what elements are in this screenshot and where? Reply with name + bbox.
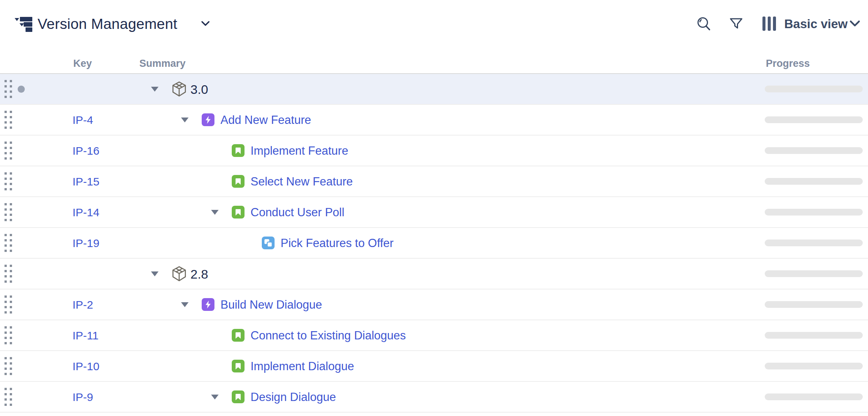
expand-collapse-icon[interactable]: [211, 395, 219, 399]
structure-board: Version Management Basic view: [0, 0, 868, 416]
drag-handle[interactable]: [5, 357, 13, 376]
column-header-key[interactable]: Key: [73, 58, 92, 69]
table-row[interactable]: IP-14 Conduct User Poll: [0, 197, 868, 228]
version-label[interactable]: 3.0: [190, 82, 208, 97]
expand-collapse-icon[interactable]: [151, 271, 159, 276]
epic-icon: [202, 298, 214, 311]
table-row[interactable]: IP-10 Implement Dialogue: [0, 351, 868, 382]
issue-summary-link[interactable]: Conduct User Poll: [251, 206, 344, 219]
issue-summary-link[interactable]: Select New Feature: [251, 175, 353, 188]
subtask-icon: [262, 237, 275, 249]
drag-handle[interactable]: [5, 111, 13, 130]
progress-bar: [765, 209, 863, 216]
toolbar: Version Management Basic view: [0, 0, 868, 53]
drag-handle[interactable]: [5, 265, 13, 283]
issue-summary-link[interactable]: Build New Dialogue: [220, 298, 322, 312]
issue-key-link[interactable]: IP-4: [72, 114, 93, 127]
issue-key-link[interactable]: IP-10: [72, 360, 100, 373]
issue-key-link[interactable]: IP-14: [72, 206, 100, 219]
drag-handle[interactable]: [5, 326, 13, 345]
structure-logo-icon: [15, 17, 33, 32]
table-row[interactable]: 3.0: [0, 74, 868, 105]
columns-icon: [762, 17, 779, 32]
table-row[interactable]: IP-16 Implement Feature: [0, 136, 868, 166]
story-icon: [232, 390, 245, 403]
issue-key-link[interactable]: IP-19: [72, 237, 100, 250]
expand-collapse-icon[interactable]: [181, 302, 189, 307]
table-row[interactable]: IP-15 Select New Feature: [0, 166, 868, 197]
drag-handle[interactable]: [5, 172, 13, 191]
epic-icon: [202, 113, 214, 126]
chevron-down-icon[interactable]: [201, 21, 210, 28]
issue-key-link[interactable]: IP-9: [72, 391, 93, 404]
drag-handle[interactable]: [5, 203, 13, 222]
story-icon: [232, 206, 245, 219]
column-header-summary[interactable]: Summary: [139, 58, 186, 69]
issue-summary-link[interactable]: Add New Feature: [220, 113, 311, 127]
selected-row-dot: [18, 86, 25, 93]
version-package-icon: [171, 265, 187, 282]
filter-funnel-icon[interactable]: [728, 16, 744, 32]
chevron-down-icon: [850, 20, 860, 29]
drag-handle[interactable]: [5, 80, 13, 99]
expand-collapse-icon[interactable]: [211, 210, 219, 215]
expand-collapse-icon[interactable]: [151, 87, 159, 92]
view-switcher-label: Basic view: [784, 16, 848, 32]
drag-handle[interactable]: [5, 295, 13, 314]
progress-bar: [765, 301, 863, 308]
drag-handle[interactable]: [5, 234, 13, 253]
structure-title[interactable]: Version Management: [38, 15, 177, 33]
table-row[interactable]: IP-9 Design Dialogue: [0, 382, 868, 413]
table-row[interactable]: IP-11 Connect to Existing Dialogues: [0, 320, 868, 351]
story-icon: [232, 360, 245, 372]
issue-summary-link[interactable]: Implement Dialogue: [251, 360, 354, 373]
progress-bar: [765, 270, 863, 277]
progress-bar: [765, 363, 863, 369]
issue-summary-link[interactable]: Implement Feature: [251, 144, 348, 158]
issue-summary-link[interactable]: Pick Features to Offer: [281, 237, 394, 250]
issue-key-link[interactable]: IP-2: [72, 298, 93, 311]
progress-bar: [765, 147, 863, 154]
progress-bar: [765, 332, 863, 339]
expand-collapse-icon[interactable]: [181, 118, 189, 122]
search-icon[interactable]: [696, 16, 712, 32]
drag-handle[interactable]: [5, 388, 13, 407]
story-icon: [232, 329, 245, 342]
issue-key-link[interactable]: IP-16: [72, 145, 100, 157]
progress-bar: [765, 393, 863, 400]
column-header-progress[interactable]: Progress: [766, 58, 810, 69]
story-icon: [232, 144, 245, 157]
progress-bar: [765, 178, 863, 185]
issue-summary-link[interactable]: Design Dialogue: [251, 390, 336, 404]
table-row[interactable]: IP-2 Build New Dialogue: [0, 289, 868, 320]
progress-bar: [765, 86, 863, 92]
progress-bar: [765, 116, 863, 123]
story-icon: [232, 175, 245, 188]
issue-key-link[interactable]: IP-11: [72, 329, 98, 342]
issue-summary-link[interactable]: Connect to Existing Dialogues: [251, 329, 406, 342]
issue-tree: 3.0 IP-4 Add New Feature IP-16 Implement…: [0, 74, 868, 413]
table-row[interactable]: 2.8: [0, 259, 868, 289]
issue-key-link[interactable]: IP-15: [72, 175, 100, 188]
progress-bar: [765, 240, 863, 246]
table-row[interactable]: IP-19 Pick Features to Offer: [0, 228, 868, 259]
version-label[interactable]: 2.8: [190, 267, 208, 282]
version-package-icon: [171, 80, 187, 98]
table-row[interactable]: IP-4 Add New Feature: [0, 105, 868, 136]
column-header-row: Key Summary Progress: [0, 53, 868, 74]
drag-handle[interactable]: [5, 142, 13, 160]
